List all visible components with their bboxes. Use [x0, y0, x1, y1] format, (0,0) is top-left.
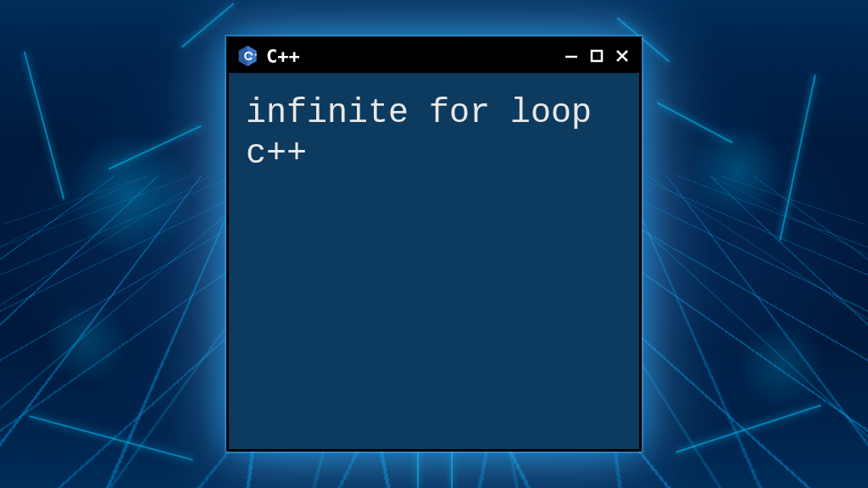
window-titlebar[interactable]: C + + C++ [229, 39, 639, 73]
window-glow-wrapper: C + + C++ [226, 36, 642, 452]
terminal-window: C + + C++ [226, 36, 642, 452]
close-button[interactable] [612, 46, 632, 66]
svg-text:+: + [251, 51, 254, 57]
window-title: C++ [266, 46, 300, 67]
maximize-button[interactable] [587, 46, 607, 66]
titlebar-left-group: C + + C++ [236, 44, 300, 68]
svg-text:+: + [254, 51, 258, 57]
cpp-logo-icon: C + + [236, 44, 259, 68]
minimize-button[interactable] [561, 46, 581, 66]
window-content-text: infinite for loop c++ [229, 73, 639, 449]
svg-rect-6 [592, 51, 602, 61]
window-controls [561, 46, 632, 66]
